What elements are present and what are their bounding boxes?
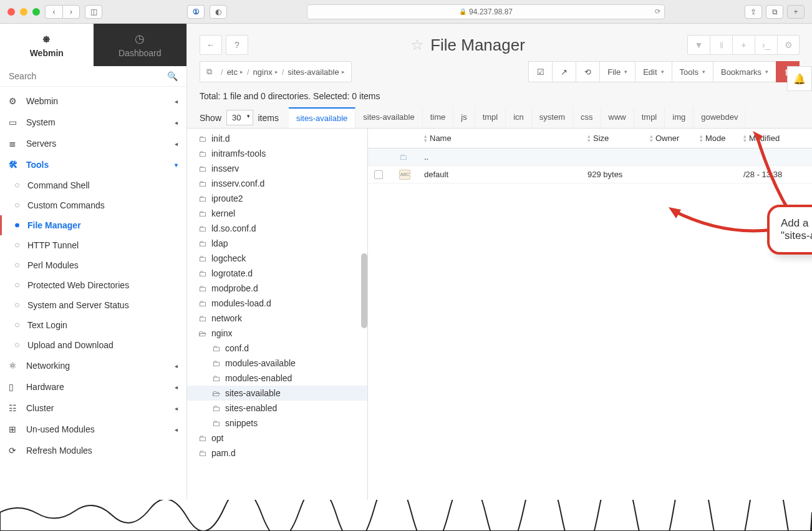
- col-size[interactable]: ▴▾Size: [581, 129, 644, 148]
- sidebar-toggle-button[interactable]: ◫: [85, 5, 102, 19]
- notifications-button[interactable]: 🔔: [787, 66, 812, 91]
- star-icon[interactable]: ☆: [410, 36, 424, 54]
- nav-sub-system-status[interactable]: System and Server Status: [0, 295, 186, 315]
- path-tab[interactable]: tmpl: [634, 107, 665, 128]
- nav-tools[interactable]: 🛠Tools▾: [0, 154, 186, 175]
- nav-hardware[interactable]: ▯Hardware◂: [0, 376, 186, 397]
- tree-folder[interactable]: 🗀network: [187, 311, 367, 326]
- search-input[interactable]: [9, 71, 167, 81]
- tree-folder[interactable]: 🗀modprobe.d: [187, 281, 367, 296]
- tree-folder[interactable]: 🗀ldap: [187, 236, 367, 251]
- tree-folder[interactable]: 🗀ld.so.conf.d: [187, 221, 367, 236]
- tree-folder[interactable]: 🗀modules-enabled: [187, 371, 367, 386]
- tree-folder-nginx[interactable]: 🗁nginx: [187, 326, 367, 341]
- edit-menu[interactable]: Edit▾: [635, 61, 671, 82]
- crumb-nginx[interactable]: nginx: [253, 67, 273, 77]
- columns-button[interactable]: ⦀: [710, 35, 732, 55]
- nav-sub-custom-commands[interactable]: Custom Commands: [0, 195, 186, 215]
- extension-1password-icon[interactable]: ①: [187, 5, 205, 19]
- nav-sub-file-manager[interactable]: File Manager: [0, 215, 186, 235]
- search-icon[interactable]: 🔍: [167, 71, 178, 81]
- open-external-button[interactable]: ↗: [552, 61, 576, 82]
- crumb-etc[interactable]: etc: [227, 67, 238, 77]
- show-count-select[interactable]: 30 ▾: [226, 110, 253, 125]
- sidebar-tab-dashboard[interactable]: ◷ Dashboard: [94, 24, 187, 66]
- tree-folder[interactable]: 🗀opt: [187, 431, 367, 446]
- add-button[interactable]: +: [732, 35, 755, 55]
- privacy-report-icon[interactable]: ◐: [210, 5, 227, 19]
- nav-system[interactable]: ▭System◂: [0, 112, 186, 133]
- copy-path-icon[interactable]: ⧉: [206, 67, 212, 77]
- tree-folder[interactable]: 🗀insserv: [187, 161, 367, 176]
- laptop-icon: ▭: [9, 117, 21, 127]
- folder-icon: 🗀: [198, 269, 206, 278]
- nav-cluster[interactable]: ☷Cluster◂: [0, 397, 186, 419]
- refresh-button[interactable]: ⟲: [576, 61, 599, 82]
- crumb-sites-available[interactable]: sites-available: [288, 67, 339, 77]
- path-tab[interactable]: css: [573, 107, 601, 128]
- nav-networking[interactable]: ⚛Networking◂: [0, 355, 186, 376]
- minimize-window-button[interactable]: [20, 8, 27, 16]
- nav-sub-upload-download[interactable]: Upload and Download: [0, 335, 186, 355]
- tree-folder[interactable]: 🗀sites-enabled: [187, 401, 367, 416]
- nav-sub-command-shell[interactable]: Command Shell: [0, 175, 186, 195]
- close-window-button[interactable]: [7, 8, 15, 16]
- new-tab-button[interactable]: +: [787, 5, 805, 19]
- col-owner[interactable]: ▴▾Owner: [644, 129, 694, 148]
- tree-folder[interactable]: 🗀init.d: [187, 131, 367, 146]
- tree-folder[interactable]: 🗀modules-load.d: [187, 296, 367, 311]
- terminal-button[interactable]: ›_: [755, 35, 777, 55]
- path-tab[interactable]: gowebdev: [694, 107, 746, 128]
- filter-button[interactable]: ▼: [687, 35, 710, 55]
- path-tab[interactable]: icn: [506, 107, 532, 128]
- file-menu[interactable]: File▾: [599, 61, 635, 82]
- reload-icon[interactable]: ⟳: [655, 7, 660, 16]
- nav-sub-text-login[interactable]: Text Login: [0, 315, 186, 335]
- back-arrow-button[interactable]: ←: [200, 35, 222, 55]
- sidebar-tab-webmin[interactable]: ⎈ Webmin: [0, 24, 94, 66]
- back-button[interactable]: ‹: [45, 5, 62, 19]
- row-checkbox[interactable]: [374, 170, 383, 179]
- nav-sub-perl-modules[interactable]: Perl Modules: [0, 255, 186, 275]
- bookmarks-menu[interactable]: Bookmarks▾: [713, 61, 776, 82]
- tools-menu[interactable]: Tools▾: [672, 61, 713, 82]
- nav-refresh[interactable]: ⟳Refresh Modules: [0, 440, 186, 461]
- nav-sub-protected-web[interactable]: Protected Web Directories: [0, 275, 186, 295]
- path-tab[interactable]: img: [665, 107, 694, 128]
- tree-folder[interactable]: 🗀initramfs-tools: [187, 146, 367, 161]
- path-tab[interactable]: sites-available: [289, 107, 355, 128]
- tree-folder[interactable]: 🗀iproute2: [187, 191, 367, 206]
- col-mode[interactable]: ▴▾Mode: [694, 129, 737, 148]
- path-tab[interactable]: www: [601, 107, 634, 128]
- settings-button[interactable]: ⚙: [777, 35, 800, 55]
- file-row[interactable]: ABC default 929 bytes /28 - 13:38: [368, 166, 812, 183]
- tree-folder[interactable]: 🗀snippets: [187, 416, 367, 431]
- share-button[interactable]: ⇪: [745, 5, 762, 19]
- maximize-window-button[interactable]: [32, 8, 40, 16]
- path-tab[interactable]: system: [532, 107, 573, 128]
- path-tab[interactable]: js: [453, 107, 475, 128]
- path-tab[interactable]: sites-available: [355, 107, 422, 128]
- help-button[interactable]: ?: [226, 35, 248, 55]
- tree-folder[interactable]: 🗀logcheck: [187, 251, 367, 266]
- forward-button[interactable]: ›: [62, 5, 80, 19]
- parent-dir-row[interactable]: 🗀 ..: [368, 149, 812, 166]
- tree-folder[interactable]: 🗀logrotate.d: [187, 266, 367, 281]
- tree-folder[interactable]: 🗀conf.d: [187, 341, 367, 356]
- path-tab[interactable]: tmpl: [475, 107, 506, 128]
- tree-folder-sites-available[interactable]: 🗁sites-available: [187, 386, 367, 401]
- col-name[interactable]: ▴▾Name: [418, 129, 581, 148]
- nav-servers[interactable]: ≣Servers◂: [0, 133, 186, 154]
- scrollbar[interactable]: [361, 253, 367, 328]
- nav-unused[interactable]: ⊞Un-used Modules◂: [0, 419, 186, 440]
- tabs-button[interactable]: ⧉: [766, 5, 783, 19]
- address-bar[interactable]: 🔒 94.237.98.87 ⟳: [307, 4, 665, 19]
- tree-folder[interactable]: 🗀pam.d: [187, 446, 367, 460]
- select-all-button[interactable]: ☑: [528, 61, 552, 82]
- tree-folder[interactable]: 🗀insserv.conf.d: [187, 176, 367, 191]
- nav-webmin[interactable]: ⚙Webmin◂: [0, 90, 186, 112]
- nav-sub-http-tunnel[interactable]: HTTP Tunnel: [0, 235, 186, 255]
- tree-folder[interactable]: 🗀kernel: [187, 206, 367, 221]
- tree-folder[interactable]: 🗀modules-available: [187, 356, 367, 371]
- path-tab[interactable]: time: [423, 107, 454, 128]
